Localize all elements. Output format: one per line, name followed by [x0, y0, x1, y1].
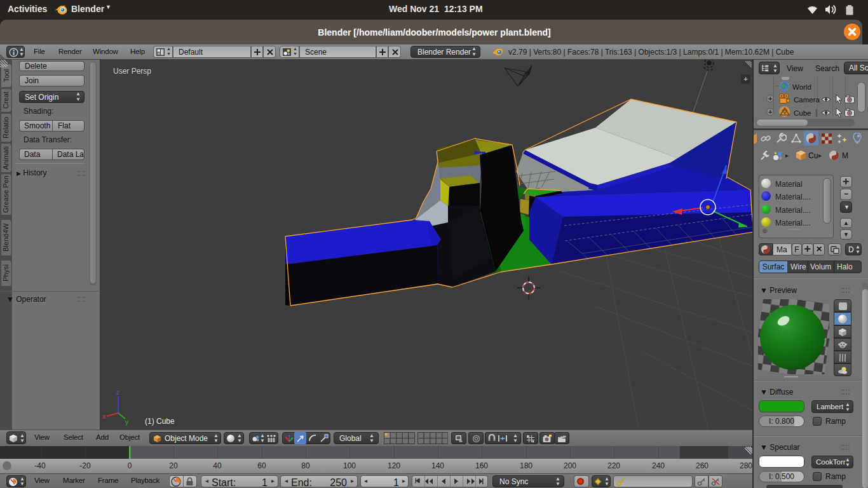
svg-text:-20: -20 — [79, 461, 91, 470]
svg-text:160: 160 — [475, 461, 488, 470]
svg-text:120: 120 — [388, 461, 400, 470]
svg-text:z: z — [116, 389, 119, 396]
svg-text:260: 260 — [696, 461, 709, 470]
svg-text:y: y — [125, 419, 128, 426]
svg-text:80: 80 — [301, 461, 310, 470]
svg-text:280: 280 — [740, 461, 752, 470]
svg-text:180: 180 — [520, 461, 532, 470]
svg-text:200: 200 — [564, 461, 576, 470]
svg-text:40: 40 — [213, 461, 222, 470]
svg-text:20: 20 — [169, 461, 178, 470]
svg-text:-40: -40 — [34, 461, 46, 470]
svg-text:100: 100 — [343, 461, 356, 470]
svg-text:220: 220 — [607, 461, 620, 470]
svg-text:x: x — [102, 413, 105, 420]
svg-text:(1) Cube: (1) Cube — [145, 417, 175, 426]
svg-text:140: 140 — [431, 461, 444, 470]
svg-text:User Persp: User Persp — [113, 67, 151, 76]
svg-text:0: 0 — [128, 461, 132, 470]
svg-text:60: 60 — [257, 461, 266, 470]
svg-text:240: 240 — [652, 461, 665, 470]
